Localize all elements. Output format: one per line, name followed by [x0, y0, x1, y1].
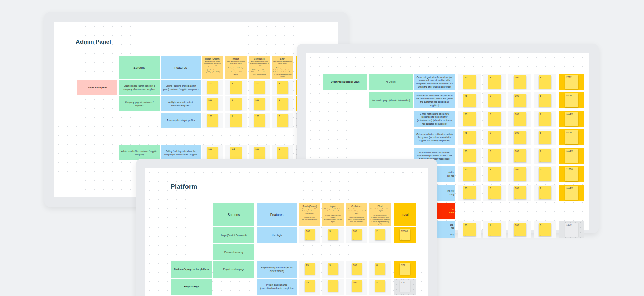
sticky-note[interactable]: 100 — [305, 229, 315, 240]
feature-card[interactable]: Notifications about new responses to the… — [414, 92, 455, 108]
sticky-note[interactable]: 15000 — [400, 229, 410, 240]
feature-card[interactable]: Temporary freezing of profiles — [161, 113, 201, 128]
sticky-note[interactable]: 75 — [463, 167, 476, 181]
screen-card[interactable]: Password recovery — [213, 244, 254, 260]
sticky-note[interactable]: 100 — [254, 81, 265, 94]
rice-header-reach[interactable]: Reach (Dream)How many users will be affe… — [299, 203, 320, 226]
sticky-note[interactable]: 1500 — [565, 223, 578, 237]
sticky-note[interactable]: 8 — [277, 114, 288, 127]
sticky-note[interactable]: 100 — [254, 114, 265, 127]
sticky-note[interactable]: 8 — [375, 263, 385, 275]
screen-card[interactable]: Creation page (admin panel) of a company… — [119, 80, 160, 95]
sticky-note[interactable]: 3 — [488, 112, 501, 126]
sticky-note[interactable]: 1 — [230, 114, 241, 127]
sticky-note[interactable]: 100 — [514, 75, 526, 89]
column-header-total[interactable]: Total — [394, 203, 416, 226]
sticky-note[interactable]: 5 — [539, 94, 551, 107]
rice-header-impact[interactable]: ImpactWhat impact will this feature have… — [322, 203, 344, 226]
sticky-note[interactable]: 75 — [463, 112, 476, 126]
sticky-note[interactable]: 2 — [375, 229, 385, 240]
sticky-note[interactable]: 8 — [277, 81, 288, 94]
screen-card[interactable]: Login (Email + Password) — [213, 227, 254, 243]
sticky-note[interactable]: 312 — [400, 280, 410, 292]
label-card[interactable]: Order Page (Supplier View) — [323, 74, 367, 90]
sticky-note[interactable]: 4500 — [565, 130, 578, 144]
column-header-screens[interactable]: Screens — [119, 56, 160, 79]
sticky-note[interactable]: 3 — [230, 98, 241, 110]
sticky-note[interactable]: 100 — [514, 112, 526, 126]
sticky-note[interactable]: 11250 — [565, 167, 578, 181]
sticky-note[interactable]: 937 — [400, 263, 410, 275]
sticky-note[interactable]: 11250 — [565, 186, 578, 200]
sticky-note[interactable]: 100 — [352, 229, 362, 240]
rice-header-impact[interactable]: ImpactWhat impact will this feature have… — [225, 56, 247, 79]
screen-card[interactable]: Project creation page — [213, 261, 254, 278]
sticky-note[interactable]: 75 — [463, 94, 476, 107]
sticky-note[interactable]: 1 — [328, 280, 338, 292]
sticky-note[interactable]: 100 — [514, 149, 526, 162]
sticky-note[interactable]: 3 — [488, 167, 501, 181]
rice-header-confidence[interactable]: ConfidenceHow confident are we in our es… — [249, 56, 270, 79]
sticky-note[interactable]: 8 — [277, 147, 288, 159]
rice-header-reach[interactable]: Reach (Dream)How many users will be affe… — [202, 56, 223, 79]
sticky-note[interactable]: 3 — [230, 81, 241, 94]
feature-card[interactable]: Editing / deleting profiles (admin panel… — [161, 80, 201, 95]
sticky-note[interactable]: 11250 — [565, 112, 578, 126]
sticky-note[interactable]: 3 — [328, 263, 338, 275]
feature-card[interactable]: User login — [257, 227, 297, 243]
sticky-note[interactable]: 100 — [207, 114, 218, 127]
sticky-note[interactable]: 25 — [305, 263, 315, 275]
screen-card[interactable]: Inner order page (all order information) — [369, 92, 413, 108]
sticky-note[interactable]: 25 — [305, 280, 315, 292]
sticky-note[interactable]: 11250 — [565, 149, 578, 163]
sticky-note[interactable]: 5 — [539, 223, 551, 236]
screen-card[interactable]: Company page of customers / suppliers — [119, 96, 160, 111]
sticky-note[interactable]: 100 — [514, 186, 526, 199]
feature-card[interactable]: Project editing (data changes for curren… — [257, 261, 297, 278]
sticky-note[interactable]: 100 — [254, 147, 265, 159]
feature-card[interactable]: Order cancellation notifications within … — [414, 129, 455, 145]
sticky-note[interactable]: 1 — [488, 223, 501, 236]
sticky-note[interactable]: 8 — [277, 98, 288, 110]
sticky-note[interactable]: 8 — [539, 75, 551, 89]
feature-card[interactable]: Project status change (current/archived)… — [257, 279, 297, 295]
screen-card[interactable]: All Orders — [369, 74, 413, 90]
sticky-note[interactable]: 4500 — [565, 93, 578, 107]
sticky-note[interactable]: 75 — [463, 186, 476, 199]
sticky-note[interactable]: 3 — [488, 94, 501, 107]
sticky-note[interactable]: 8 — [375, 280, 385, 292]
sticky-note[interactable]: 100 — [207, 81, 218, 94]
screen-card[interactable]: Admin panel of the customer / supplier c… — [119, 145, 160, 160]
sticky-note[interactable]: 5 — [539, 167, 551, 181]
sticky-note[interactable]: 3 — [328, 229, 338, 240]
label-card[interactable]: Super admin panel — [77, 80, 117, 95]
sticky-note[interactable]: 100 — [254, 98, 265, 110]
sticky-note[interactable]: 3 — [488, 131, 501, 144]
column-header-screens[interactable]: Screens — [213, 203, 254, 226]
feature-card[interactable]: Editing / deleting data about the compan… — [161, 145, 201, 160]
sticky-note[interactable]: 100 — [514, 131, 526, 144]
sticky-note[interactable]: 5 — [539, 131, 551, 144]
column-header-features[interactable]: Features — [161, 56, 201, 79]
sticky-note[interactable]: 2 — [539, 149, 551, 162]
sticky-note[interactable]: 2 — [539, 112, 551, 126]
sticky-note[interactable]: 75 — [463, 75, 476, 89]
sticky-note[interactable]: 100 — [352, 280, 362, 292]
rice-header-confidence[interactable]: ConfidenceHow confident are we in our es… — [346, 203, 367, 226]
sticky-note[interactable]: 2812 — [565, 75, 578, 89]
sticky-note[interactable]: 75 — [463, 223, 476, 236]
sticky-note[interactable]: 100 — [352, 263, 362, 275]
feature-card[interactable]: Order categorization for vendors (not an… — [414, 74, 455, 90]
rice-header-effort[interactable]: EffortTime of feature implementation per… — [369, 203, 391, 226]
sticky-note[interactable]: 100 — [514, 167, 526, 181]
label-card[interactable]: Customer's page on the platform — [171, 261, 212, 278]
sticky-note[interactable]: 0.5 — [230, 147, 241, 159]
sticky-note[interactable]: 100 — [514, 223, 526, 236]
feature-card[interactable]: Ability to view orders (their statuses/c… — [161, 96, 201, 111]
sticky-note[interactable]: 75 — [463, 149, 476, 162]
sticky-note[interactable]: 2 — [539, 186, 551, 199]
sticky-note[interactable]: 100 — [514, 94, 526, 107]
feature-card[interactable]: E-mail notifications about new responses… — [414, 111, 455, 127]
whiteboard-canvas[interactable]: Platform ScreensFeaturesReach (Dream)How… — [145, 168, 428, 296]
sticky-note[interactable]: 100 — [207, 98, 218, 110]
